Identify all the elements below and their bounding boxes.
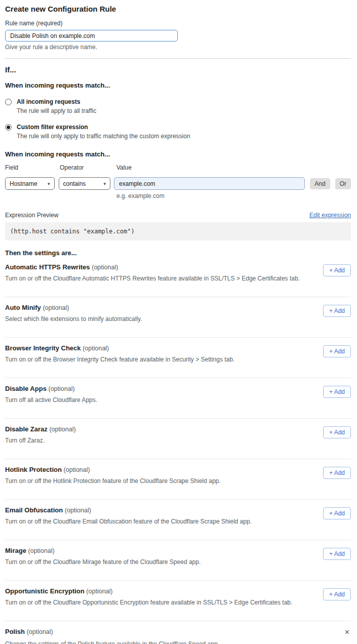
or-button[interactable]: Or (335, 178, 351, 189)
radio-option-all-requests[interactable]: All incoming requests The rule will appl… (5, 98, 351, 114)
setting-row: Auto Minify (optional) Select which file… (5, 297, 351, 337)
setting-description: Turn off Zaraz. (5, 437, 76, 444)
setting-name: Disable Zaraz (5, 425, 48, 433)
setting-description: Turn on or off the Browser Integrity Che… (5, 356, 234, 363)
setting-description: Change the settings of the Polish featur… (5, 640, 351, 644)
settings-heading: Then the settings are... (5, 249, 351, 257)
setting-row-polish: Polish (optional) ✕ Change the settings … (5, 621, 351, 644)
value-helper: e.g. example.com (116, 192, 351, 199)
radio-description: The rule will only apply to traffic matc… (17, 133, 190, 140)
optional-label: (optional) (65, 507, 91, 514)
page-title: Create new Configuration Rule (5, 5, 351, 13)
add-button[interactable]: + Add (323, 467, 351, 479)
optional-label: (optional) (64, 466, 90, 473)
setting-description: Turn on or off the Cloudflare Automatic … (5, 275, 300, 282)
setting-row: Opportunistic Encryption (optional) Turn… (5, 581, 351, 621)
chevron-down-icon: ▾ (104, 181, 106, 186)
section-divider (5, 58, 351, 59)
radio-selected-icon[interactable] (5, 124, 12, 131)
setting-name: Automatic HTTPS Rewrites (5, 263, 90, 271)
add-button[interactable]: + Add (323, 426, 351, 438)
builder-heading: When incoming requests match... (5, 150, 351, 158)
operator-label: Operator (60, 164, 113, 171)
optional-label: (optional) (49, 426, 75, 433)
and-button[interactable]: And (310, 178, 330, 189)
operator-select[interactable]: contains ▾ (59, 177, 110, 190)
add-button[interactable]: + Add (323, 507, 351, 519)
setting-row: Disable Apps (optional) Turn off all act… (5, 378, 351, 418)
setting-name: Opportunistic Encryption (5, 587, 85, 595)
optional-label: (optional) (83, 345, 109, 352)
chevron-down-icon: ▾ (48, 181, 50, 186)
add-button[interactable]: + Add (323, 386, 351, 398)
add-button[interactable]: + Add (323, 264, 351, 276)
setting-name: Email Obfuscation (5, 506, 63, 514)
setting-name: Mirage (5, 547, 26, 554)
close-icon[interactable]: ✕ (343, 628, 351, 636)
setting-name: Hotlink Protection (5, 466, 62, 473)
optional-label: (optional) (92, 264, 118, 271)
field-label: Field (5, 164, 56, 171)
rule-name-input[interactable] (5, 30, 178, 42)
setting-name: Browser Integrity Check (5, 344, 81, 352)
setting-row: Browser Integrity Check (optional) Turn … (5, 338, 351, 378)
setting-row: Hotlink Protection (optional) Turn on or… (5, 459, 351, 499)
add-button[interactable]: + Add (323, 345, 351, 357)
radio-unselected-icon[interactable] (5, 99, 12, 105)
radio-label: All incoming requests (17, 98, 96, 105)
operator-select-value: contains (63, 180, 86, 187)
optional-label: (optional) (28, 547, 55, 554)
expression-preview-code: (http.host contains "example.com") (5, 222, 351, 240)
setting-row: Disable Zaraz (optional) Turn off Zaraz.… (5, 419, 351, 459)
setting-row: Mirage (optional) Turn on or off the Clo… (5, 540, 351, 580)
field-select[interactable]: Hostname ▾ (5, 177, 55, 190)
rule-name-label: Rule name (required) (5, 20, 351, 27)
setting-description: Turn on or off the Cloudflare Opportunis… (5, 599, 292, 606)
setting-description: Turn on or off the Cloudflare Email Obfu… (5, 518, 252, 525)
add-button[interactable]: + Add (323, 548, 351, 560)
match-subheading: When incoming requests match... (5, 82, 351, 89)
setting-row: Automatic HTTPS Rewrites (optional) Turn… (5, 257, 351, 297)
optional-label: (optional) (86, 588, 112, 595)
value-input[interactable] (114, 177, 305, 190)
setting-description: Select which file extensions to minify a… (5, 315, 142, 323)
edit-expression-link[interactable]: Edit expression (309, 212, 351, 219)
radio-option-custom-expression[interactable]: Custom filter expression The rule will o… (5, 124, 351, 140)
field-select-value: Hostname (10, 180, 37, 187)
setting-name: Polish (5, 628, 25, 635)
radio-label: Custom filter expression (17, 124, 190, 131)
setting-description: Turn on or off the Cloudflare Mirage fea… (5, 558, 201, 566)
setting-name: Disable Apps (5, 385, 47, 392)
radio-description: The rule will apply to all traffic (17, 107, 96, 114)
setting-row: Email Obfuscation (optional) Turn on or … (5, 500, 351, 540)
setting-description: Turn off all active Cloudflare Apps. (5, 396, 97, 404)
expression-preview-label: Expression Preview (5, 212, 58, 219)
optional-label: (optional) (27, 628, 53, 635)
add-button[interactable]: + Add (323, 305, 351, 317)
value-label: Value (116, 164, 132, 171)
optional-label: (optional) (43, 304, 69, 311)
setting-description: Turn on or off the Hotlink Protection fe… (5, 477, 221, 485)
rule-name-helper: Give your rule a descriptive name. (5, 44, 351, 51)
if-heading: If... (5, 65, 351, 74)
add-button[interactable]: + Add (323, 588, 351, 600)
setting-name: Auto Minify (5, 304, 41, 311)
optional-label: (optional) (49, 385, 75, 392)
